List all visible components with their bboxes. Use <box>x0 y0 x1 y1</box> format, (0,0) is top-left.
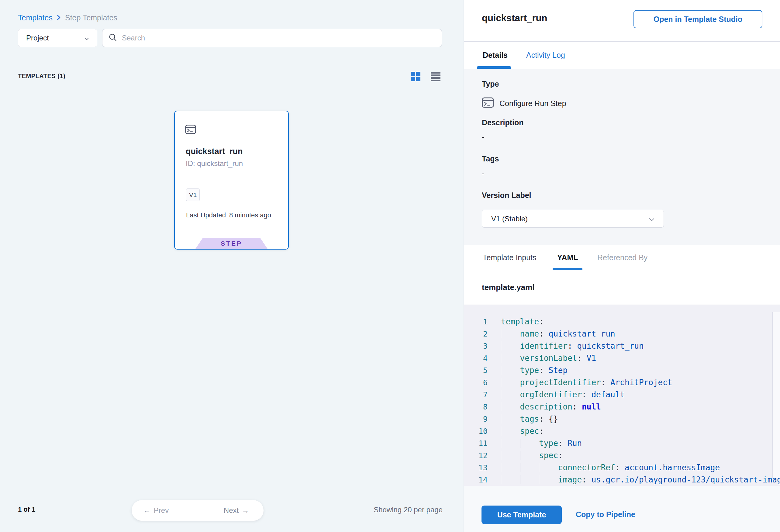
copy-to-pipeline-link[interactable]: Copy to Pipeline <box>576 510 635 519</box>
per-page-label: Showing 20 per page <box>374 505 443 514</box>
code-line: 8description: null <box>464 401 780 413</box>
chevron-down-icon <box>649 214 654 223</box>
description-value: - <box>482 133 484 141</box>
prev-page-button[interactable]: ← Prev <box>132 500 181 521</box>
chevron-right-icon <box>57 13 61 22</box>
app-screen: Templates Step Templates Project TEMPLAT <box>0 0 780 532</box>
template-card[interactable]: quickstart_run ID: quickstart_run V1 Las… <box>174 111 289 250</box>
tab-referenced-by[interactable]: Referenced By <box>597 253 647 262</box>
list-header: TEMPLATES (1) <box>0 72 464 82</box>
version-select-value: V1 (Stable) <box>491 214 528 223</box>
template-card-title: quickstart_run <box>186 147 243 156</box>
version-badge: V1 <box>186 189 200 201</box>
code-line: 6projectIdentifier: ArchitProject <box>464 376 780 389</box>
active-tab-indicator <box>477 66 511 69</box>
search-icon <box>108 33 117 43</box>
last-updated-value: 8 minutes ago <box>229 211 271 219</box>
last-updated-label: Last Updated <box>186 211 226 219</box>
type-value: Configure Run Step <box>499 99 566 108</box>
code-line: 13connectorRef: account.harnessImage <box>464 462 780 474</box>
page-title: quickstart_run <box>482 13 547 24</box>
templates-count-label: TEMPLATES (1) <box>18 72 65 80</box>
code-line: 4versionLabel: V1 <box>464 352 780 364</box>
code-line: 5type: Step <box>464 364 780 376</box>
tab-yaml[interactable]: YAML <box>557 253 578 262</box>
editor-minimap[interactable] <box>772 312 780 478</box>
open-in-template-studio-button[interactable]: Open in Template Studio <box>633 10 762 28</box>
code-line: 3identifier: quickstart_run <box>464 340 780 352</box>
tab-template-inputs[interactable]: Template Inputs <box>483 253 537 262</box>
details-header: quickstart_run Open in Template Studio <box>464 0 780 42</box>
arrow-right-icon: → <box>242 506 249 515</box>
yaml-editor[interactable]: 1template:2name: quickstart_run3identifi… <box>464 305 780 486</box>
code-line: 11type: Run <box>464 437 780 449</box>
code-line: 9tags: {} <box>464 413 780 425</box>
grid-view-icon[interactable] <box>411 72 421 82</box>
next-page-button[interactable]: Next → <box>209 500 263 521</box>
pagination: ← Prev 1 Next → <box>132 500 263 521</box>
breadcrumb-templates-link[interactable]: Templates <box>18 13 53 22</box>
code-line: 7orgIdentifier: default <box>464 389 780 401</box>
use-template-button[interactable]: Use Template <box>482 505 562 524</box>
details-tabbar: Details Activity Log <box>464 42 780 69</box>
step-type-ribbon: STEP <box>195 238 268 249</box>
terminal-icon <box>482 97 494 110</box>
list-view-icon[interactable] <box>431 72 440 82</box>
code-line: 10spec: <box>464 425 780 437</box>
version-label: Version Label <box>482 191 531 200</box>
page-summary: 1 of 1 <box>18 505 35 514</box>
tags-value: - <box>482 169 484 178</box>
search-box[interactable] <box>102 29 442 47</box>
scope-select[interactable]: Project <box>18 29 97 47</box>
arrow-left-icon: ← <box>143 506 151 515</box>
card-divider <box>186 178 277 178</box>
scope-select-value: Project <box>26 34 49 42</box>
yaml-file-header: template.yaml <box>464 270 780 305</box>
templates-list-panel: Templates Step Templates Project TEMPLAT <box>0 0 464 532</box>
terminal-icon <box>185 125 196 135</box>
template-details-panel: quickstart_run Open in Template Studio D… <box>464 0 780 532</box>
description-label: Description <box>482 118 524 127</box>
code-line: 14image: us.gcr.io/playground-123/quicks… <box>464 474 780 486</box>
last-updated-row: Last Updated 8 minutes ago <box>186 211 271 220</box>
type-label: Type <box>482 80 499 89</box>
template-card-id: ID: quickstart_run <box>186 159 243 168</box>
code-line: 2name: quickstart_run <box>464 328 780 340</box>
chevron-down-icon <box>84 34 89 42</box>
type-value-row: Configure Run Step <box>482 97 566 109</box>
yaml-file-name: template.yaml <box>482 283 534 292</box>
tags-label: Tags <box>482 154 499 163</box>
code-line: 12spec: <box>464 449 780 462</box>
yaml-tabbar: Template Inputs YAML Referenced By <box>464 245 780 270</box>
search-input[interactable] <box>122 34 436 42</box>
code-line: 1template: <box>464 316 780 328</box>
details-footer: Use Template Copy to Pipeline <box>464 486 780 532</box>
tab-activity-log[interactable]: Activity Log <box>526 51 565 60</box>
breadcrumb: Templates Step Templates <box>18 13 117 22</box>
breadcrumb-current: Step Templates <box>65 13 117 22</box>
version-select[interactable]: V1 (Stable) <box>482 210 664 228</box>
details-body: Type Configure Run Step Description - Ta… <box>464 69 780 245</box>
tab-details[interactable]: Details <box>483 51 508 60</box>
current-page-button[interactable]: 1 <box>181 500 209 521</box>
yaml-code-lines: 1template:2name: quickstart_run3identifi… <box>464 316 780 486</box>
